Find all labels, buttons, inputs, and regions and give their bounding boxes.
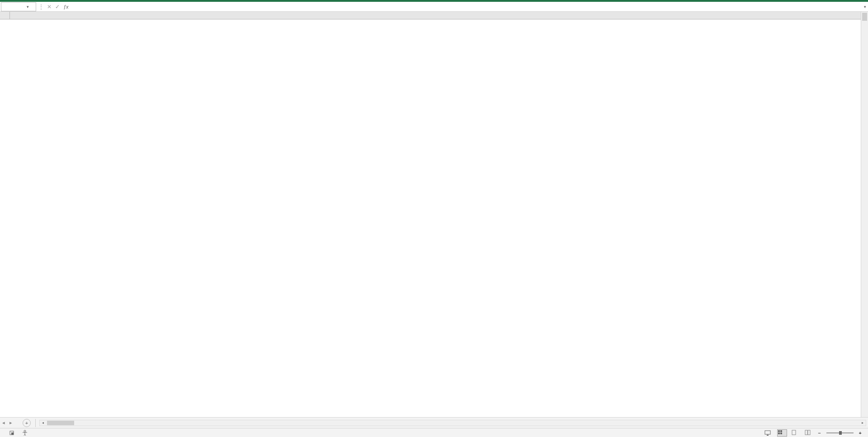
fb-separator-icon: ⋮ bbox=[37, 4, 45, 10]
zoom-out-button[interactable]: − bbox=[818, 430, 821, 436]
zoom-in-button[interactable]: + bbox=[859, 430, 862, 436]
formula-accept-icon[interactable]: ✓ bbox=[53, 4, 61, 10]
macro-record-icon[interactable] bbox=[9, 430, 15, 436]
hscroll-left-icon[interactable]: ◂ bbox=[40, 420, 46, 426]
display-icon bbox=[764, 430, 772, 436]
svg-point-2 bbox=[24, 430, 26, 432]
zoom-slider[interactable] bbox=[826, 432, 854, 433]
tab-nav-next-icon[interactable]: ▸ bbox=[7, 420, 14, 426]
accessibility-icon bbox=[22, 430, 28, 436]
horizontal-scrollbar[interactable]: ◂ ▸ bbox=[39, 420, 866, 426]
formula-bar: ▾ ⋮ ✕ ✓ ƒx ▾ bbox=[0, 2, 868, 12]
svg-rect-9 bbox=[792, 430, 796, 435]
tab-separator bbox=[35, 419, 36, 427]
view-page-layout-icon[interactable] bbox=[791, 429, 801, 437]
svg-rect-3 bbox=[765, 431, 770, 434]
svg-rect-6 bbox=[780, 430, 782, 432]
svg-rect-4 bbox=[767, 435, 769, 436]
formula-expand-icon[interactable]: ▾ bbox=[862, 5, 868, 9]
select-all-corner[interactable] bbox=[0, 12, 10, 19]
svg-rect-1 bbox=[11, 432, 14, 435]
tab-nav-prev-icon[interactable]: ◂ bbox=[0, 420, 7, 426]
accessibility-status[interactable] bbox=[22, 430, 30, 436]
column-headers bbox=[0, 12, 861, 19]
name-box-dropdown-icon[interactable]: ▾ bbox=[26, 5, 29, 9]
formula-cancel-icon[interactable]: ✕ bbox=[45, 4, 53, 10]
zoom-knob[interactable] bbox=[839, 431, 842, 435]
fx-icon[interactable]: ƒx bbox=[63, 4, 69, 10]
sheet-tabs-bar: ◂ ▸ + ◂ ▸ bbox=[0, 417, 868, 428]
svg-rect-5 bbox=[778, 430, 780, 432]
svg-rect-7 bbox=[778, 432, 780, 434]
status-bar: − + bbox=[0, 428, 868, 437]
formula-input[interactable] bbox=[71, 4, 862, 10]
view-page-break-icon[interactable] bbox=[804, 429, 814, 437]
view-normal-icon[interactable] bbox=[777, 429, 787, 437]
vertical-scrollbar[interactable] bbox=[861, 12, 868, 417]
svg-rect-10 bbox=[805, 430, 807, 435]
name-box[interactable]: ▾ bbox=[1, 2, 36, 11]
vscroll-thumb[interactable] bbox=[862, 13, 867, 21]
hscroll-thumb[interactable] bbox=[47, 421, 74, 425]
display-settings-button[interactable] bbox=[764, 430, 774, 436]
svg-rect-8 bbox=[780, 432, 782, 434]
svg-rect-11 bbox=[808, 430, 810, 435]
add-sheet-button[interactable]: + bbox=[23, 419, 31, 427]
name-box-input[interactable] bbox=[3, 4, 26, 10]
hscroll-right-icon[interactable]: ▸ bbox=[859, 420, 866, 426]
